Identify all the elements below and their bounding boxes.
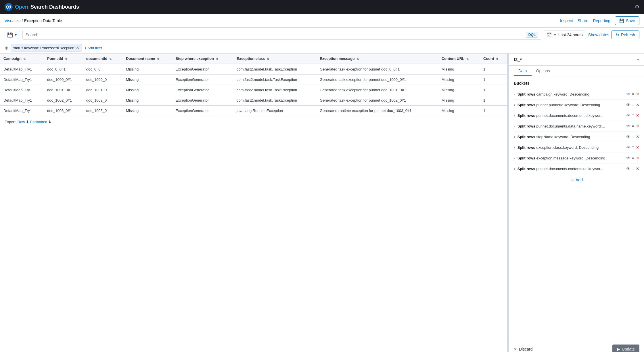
- export-formatted-link[interactable]: Formatted: [30, 120, 47, 124]
- col-contenturl[interactable]: Content URL ⇅: [438, 54, 480, 64]
- bucket-item: › Split rows punnet.documents.data.name.…: [514, 121, 639, 132]
- cell-punnetid: doc_1003_0#1: [44, 106, 83, 116]
- bucket-equals-icon[interactable]: =: [632, 145, 634, 150]
- bucket-eye-icon[interactable]: 👁: [626, 156, 630, 160]
- table-body: DefaultMap_Try1doc_0_0#1doc_0_0MissingEx…: [0, 64, 507, 116]
- cell-stepwhere: ExceptionGenerator: [172, 75, 233, 85]
- search-input[interactable]: [26, 33, 524, 37]
- time-picker[interactable]: 📅 ▼ Last 24 hours: [544, 31, 586, 39]
- col-documentid[interactable]: documentId ⇅: [83, 54, 123, 64]
- save-search-chevron[interactable]: ▼: [14, 33, 18, 37]
- cell-exceptionclass: com.fast2.model.task.TaskException: [233, 64, 316, 75]
- save-button[interactable]: 💾 Save: [615, 16, 639, 25]
- bucket-delete-icon[interactable]: ✕: [636, 92, 639, 96]
- bucket-delete-icon[interactable]: ✕: [636, 156, 639, 160]
- cell-documentid: doc_1001_0: [83, 85, 123, 95]
- reporting-button[interactable]: Reporting: [593, 18, 610, 23]
- col-exceptionmessage[interactable]: Exception message ⇅: [316, 54, 438, 64]
- top-nav: OpenSearch Dashboards ⚙: [0, 0, 644, 14]
- col-exceptionclass[interactable]: Exception class ⇅: [233, 54, 316, 64]
- tab-options[interactable]: Options: [532, 66, 555, 76]
- bucket-delete-icon[interactable]: ✕: [636, 102, 639, 107]
- cell-count: 1: [480, 106, 507, 116]
- update-play-icon: ▶: [617, 347, 620, 351]
- refresh-button[interactable]: ↻ Refresh: [612, 31, 639, 39]
- bucket-actions: 👁 = ✕: [626, 134, 639, 139]
- bucket-expand-icon[interactable]: ›: [514, 92, 515, 96]
- dql-badge[interactable]: DQL: [526, 32, 538, 38]
- panel-menu-icon[interactable]: ≡: [637, 57, 639, 62]
- bucket-equals-icon[interactable]: =: [632, 102, 634, 107]
- bucket-expand-icon[interactable]: ›: [514, 113, 515, 118]
- bucket-equals-icon[interactable]: =: [632, 113, 634, 118]
- bucket-expand-icon[interactable]: ›: [514, 102, 515, 107]
- bucket-eye-icon[interactable]: 👁: [626, 102, 630, 107]
- main-content: Campaign ⇅ PunnetId ⇅ documentId ⇅ Docum…: [0, 54, 644, 352]
- bucket-eye-icon[interactable]: 👁: [626, 166, 630, 171]
- bucket-actions: 👁 = ✕: [626, 145, 639, 150]
- bucket-item: › Split rows exception.class.keyword: De…: [514, 142, 639, 153]
- discard-x-icon: ✕: [514, 347, 517, 351]
- col-punnetid[interactable]: PunnetId ⇅: [44, 54, 83, 64]
- update-button[interactable]: ▶ Update: [612, 345, 639, 352]
- breadcrumb-parent[interactable]: Visualize: [5, 18, 21, 23]
- filter-tag-close[interactable]: ✕: [76, 45, 79, 50]
- bucket-delete-icon[interactable]: ✕: [636, 134, 639, 139]
- filter-tag[interactable]: status.keyword: ProcessedException ✕: [11, 44, 82, 52]
- cell-exceptionclass: com.fast2.model.task.TaskException: [233, 75, 316, 85]
- save-search-icon[interactable]: 💾: [7, 32, 13, 38]
- bucket-actions: 👁 = ✕: [626, 166, 639, 171]
- share-button[interactable]: Share: [578, 18, 588, 23]
- app-logo[interactable]: OpenSearch Dashboards: [5, 3, 79, 11]
- col-documentname[interactable]: Document name ⇅: [122, 54, 172, 64]
- cell-stepwhere: ExceptionGenerator: [172, 85, 233, 95]
- bucket-delete-icon[interactable]: ✕: [636, 124, 639, 128]
- bucket-eye-icon[interactable]: 👁: [626, 92, 630, 96]
- table-area: Campaign ⇅ PunnetId ⇅ documentId ⇅ Docum…: [0, 54, 507, 352]
- inspect-button[interactable]: Inspect: [560, 18, 573, 23]
- bucket-eye-icon[interactable]: 👁: [626, 124, 630, 128]
- bucket-eye-icon[interactable]: 👁: [626, 145, 630, 150]
- cell-exceptionclass: com.fast2.model.task.TaskException: [233, 95, 316, 106]
- bucket-expand-icon[interactable]: ›: [514, 166, 515, 171]
- tab-data[interactable]: Data: [514, 66, 532, 76]
- col-count[interactable]: Count ⇅: [480, 54, 507, 64]
- add-filter-button[interactable]: + Add filter: [84, 46, 102, 50]
- bucket-label: Split rows punnet.documents.documentId.k…: [518, 113, 624, 118]
- cell-punnetid: doc_0_0#1: [44, 64, 83, 75]
- search-bar: 💾 ▼ DQL 📅 ▼ Last 24 hours Show dates ↻ R…: [0, 28, 644, 42]
- bucket-delete-icon[interactable]: ✕: [636, 166, 639, 171]
- save-icon: 💾: [619, 18, 624, 23]
- bucket-expand-icon[interactable]: ›: [514, 156, 515, 160]
- bucket-delete-icon[interactable]: ✕: [636, 145, 639, 150]
- bucket-equals-icon[interactable]: =: [632, 124, 634, 128]
- col-campaign[interactable]: Campaign ⇅: [0, 54, 44, 64]
- bucket-equals-icon[interactable]: =: [632, 166, 634, 171]
- bucket-expand-icon[interactable]: ›: [514, 124, 515, 128]
- cell-documentname: Missing: [122, 75, 172, 85]
- cell-punnetid: doc_1001_0#1: [44, 85, 83, 95]
- add-bucket-button[interactable]: ⊕ Add: [514, 174, 639, 186]
- panel-tabs: Data Options: [509, 66, 644, 76]
- bucket-expand-icon[interactable]: ›: [514, 134, 515, 139]
- cell-documentname: Missing: [122, 85, 172, 95]
- bucket-equals-icon[interactable]: =: [632, 156, 634, 160]
- refresh-icon: ↻: [616, 33, 619, 37]
- discard-label: Discard: [519, 347, 532, 351]
- cell-contenturl: Missing: [438, 85, 480, 95]
- bucket-actions: 👁 = ✕: [626, 92, 639, 96]
- settings-icon[interactable]: ⚙: [635, 4, 639, 10]
- col-stepwhere[interactable]: Step where exception ⇅: [172, 54, 233, 64]
- cell-contenturl: Missing: [438, 95, 480, 106]
- cell-campaign: DefaultMap_Try1: [0, 106, 44, 116]
- bucket-expand-icon[interactable]: ›: [514, 145, 515, 150]
- discard-button[interactable]: ✕ Discard: [514, 347, 532, 351]
- bucket-delete-icon[interactable]: ✕: [636, 113, 639, 118]
- export-raw-link[interactable]: Raw: [18, 120, 25, 124]
- bucket-equals-icon[interactable]: =: [632, 134, 634, 139]
- show-dates-button[interactable]: Show dates: [588, 33, 609, 37]
- cell-stepwhere: ExceptionGenerator: [172, 64, 233, 75]
- bucket-eye-icon[interactable]: 👁: [626, 113, 630, 118]
- bucket-equals-icon[interactable]: =: [632, 92, 634, 96]
- bucket-eye-icon[interactable]: 👁: [626, 134, 630, 139]
